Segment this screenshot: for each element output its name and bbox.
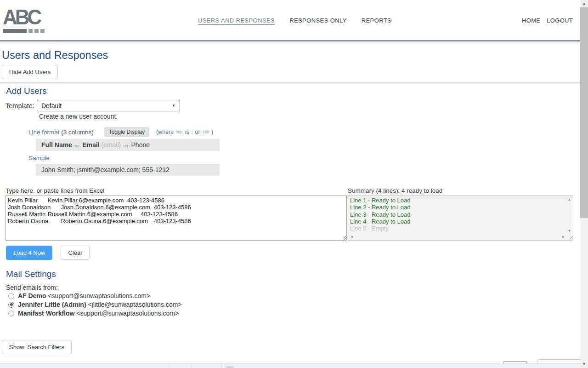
mail-settings-heading: Mail Settings [6,269,588,279]
template-description: Create a new user account. [39,113,588,120]
format-email-hint: (email) [101,141,121,149]
logo-bar [3,29,27,33]
summary-line: Line 4 - Ready to Load [350,218,573,225]
hide-add-users-button[interactable]: Hide Add Users [2,65,58,79]
scrollbar-thumb[interactable] [580,7,588,218]
format-sep: sep [123,144,130,148]
or-word: or [195,129,200,135]
summary-column: Summary (4 lines): 4 ready to load Line … [348,187,573,242]
summary-line: Line 2 - Ready to Load [350,204,573,211]
scrollbar-up-icon[interactable]: ▲ [580,2,588,6]
header: ABC USERS AND RESPONSES RESPONSES ONLY R… [0,0,580,41]
separator-hint: (where sep is ; or Tab ) [156,129,213,135]
is-word: is [185,129,189,135]
table-header-strip [0,363,580,368]
mail-from-option-jennifer-little[interactable]: Jennifer Little (Admin) <jlittle@sunwapt… [8,301,588,308]
nav-reports[interactable]: REPORTS [362,17,391,24]
template-select[interactable]: Default ▼ [37,100,180,111]
template-row: Template: Default ▼ [6,100,588,111]
where-close: ) [211,129,213,135]
mail-from-radio[interactable] [8,302,14,308]
table-header-control [226,366,234,368]
nav-responses-only[interactable]: RESPONSES ONLY [289,17,347,24]
sender-name: Manifast Workflow [18,310,74,317]
line-format-columns: (3 columns) [61,129,94,136]
template-label: Template: [6,102,34,109]
logo-text: ABC [3,7,70,28]
add-users-section: Add Users Template: Default ▼ Create a n… [0,86,588,260]
clear-button[interactable]: Clear [61,246,90,260]
sender-name: Jennifer Little (Admin) [18,301,86,308]
logo-dot [28,29,33,33]
logo[interactable]: ABC [0,7,74,34]
mail-from-radio[interactable] [8,310,14,316]
scroll-up-icon[interactable]: ▲ [568,198,571,201]
section-divider [0,82,588,83]
line-format-label: Line format [28,129,60,136]
sample-value: John Smith; jsmith@example.com; 555-1212 [36,164,220,176]
line-format-row: Line format (3 columns) Toggle Display (… [28,127,588,137]
app-root: ABC USERS AND RESPONSES RESPONSES ONLY R… [0,0,588,368]
main-content: Users and Responses Hide Add Users Add U… [0,49,588,368]
summary-lines: Line 1 - Ready to Load Line 2 - Ready to… [348,196,573,232]
nav-right: HOME LOGOUT [516,17,580,24]
mail-from-radio[interactable] [8,293,14,299]
mail-from-option-manifast-workflow[interactable]: Manifast Workflow <support@sunwaptasolut… [8,310,588,317]
paste-row: Type here, or paste lines from Excel Kev… [6,187,588,242]
sample-label: Sample [28,155,588,161]
semicolon-token: ; [192,130,193,135]
resize-grip-icon[interactable] [568,235,572,240]
action-row: Load 4 Now Clear [6,246,588,260]
sep-token: sep [176,130,183,134]
scroll-left-icon[interactable]: ◄ [350,235,353,238]
scroll-right-icon[interactable]: ► [562,235,565,238]
scroll-down-icon[interactable]: ▼ [568,229,571,232]
paste-column: Type here, or paste lines from Excel Kev… [6,187,347,242]
summary-box: Line 1 - Ready to Load Line 2 - Ready to… [348,196,573,241]
sender-email: <support@sunwaptasolutions.com> [48,292,150,299]
page-title: Users and Responses [2,49,588,62]
format-field-phone: Phone [131,141,150,149]
format-field-email: Email [82,141,99,149]
mail-from-label: Jennifer Little (Admin) <jlittle@sunwapt… [18,301,182,308]
add-users-heading: Add Users [6,86,588,96]
column-divider [192,364,192,368]
line-format-label-group: Line format (3 columns) [28,129,94,136]
mail-from-label: AF Demo <support@sunwaptasolutions.com> [18,292,150,299]
paste-input[interactable]: Kevin Pillar Kevin.Pillar.6@example.com … [6,196,347,241]
summary-label: Summary (4 lines): 4 ready to load [348,187,573,195]
logo-dot [40,29,45,33]
mail-from-option-af-demo[interactable]: AF Demo <support@sunwaptasolutions.com> [8,292,588,299]
sender-email: <jlittle@sunwaptasolutions.com> [88,301,181,308]
sender-email: <support@sunwaptasolutions.com> [76,310,179,317]
column-divider [221,364,222,368]
format-sep: sep [74,144,81,148]
dropdown-arrow-icon: ▼ [172,104,175,108]
nav-logout[interactable]: LOGOUT [547,17,573,24]
mail-from-label: Manifast Workflow <support@sunwaptasolut… [18,310,179,317]
show-search-filters-button[interactable]: Show: Search Filters [2,340,72,354]
sender-name: AF Demo [18,292,46,299]
mail-settings-section: Mail Settings Send emails from: AF Demo … [0,269,588,317]
toggle-display-button[interactable]: Toggle Display [104,127,149,137]
template-select-value: Default [41,102,62,109]
column-divider [244,364,244,368]
main-nav: USERS AND RESPONSES RESPONSES ONLY REPOR… [74,17,516,24]
tab-token: Tab [203,130,209,134]
send-emails-from-label: Send emails from: [6,284,588,291]
format-field-fullname: Full Name [41,141,72,149]
where-open: (where [156,129,174,135]
logo-underline [3,29,74,33]
logo-dot [34,29,39,33]
summary-line: Line 5 - Empty [350,225,573,232]
load-now-button[interactable]: Load 4 Now [6,246,52,260]
column-divider [170,364,170,368]
nav-users-and-responses[interactable]: USERS AND RESPONSES [198,17,275,24]
nav-home[interactable]: HOME [522,17,540,24]
line-format-preview: Full Name sep Email (email) sep Phone [36,139,220,151]
summary-line: Line 1 - Ready to Load [350,197,573,204]
vertical-scrollbar[interactable]: ▲ ▼ [580,0,588,368]
summary-line: Line 3 - Ready to Load [350,211,573,218]
paste-label: Type here, or paste lines from Excel [6,187,347,195]
scrollbar-down-icon[interactable]: ▼ [580,362,588,366]
